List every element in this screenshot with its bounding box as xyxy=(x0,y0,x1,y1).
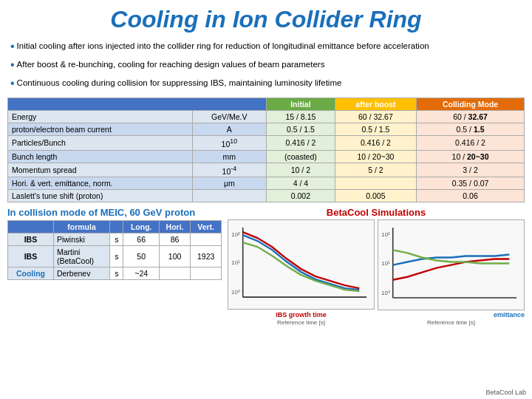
table-row: Momentum spread 10-4 10 / 2 5 / 2 3 / 2 xyxy=(8,163,525,177)
bottom-section: In collision mode of MEIC, 60 GeV proton… xyxy=(7,207,525,326)
chart2: 10² 10¹ 10⁰ xyxy=(378,219,525,310)
emittance-label: emittance xyxy=(378,311,525,318)
col-header-colliding: Colliding Mode xyxy=(417,98,525,111)
coll-row-cooling: Cooling Derbenev s ~24 xyxy=(8,267,222,280)
svg-text:10⁰: 10⁰ xyxy=(381,290,390,296)
page-title: Cooling in Ion Collider Ring xyxy=(0,0,532,36)
col-header-after: after boost xyxy=(335,98,416,111)
chart1: 10² 10¹ 10⁰ xyxy=(228,219,375,310)
chart-section-title: BetaCool Simulations xyxy=(228,207,525,218)
svg-text:10²: 10² xyxy=(231,231,240,238)
svg-text:10⁰: 10⁰ xyxy=(231,289,240,296)
chart2-wrap: 10² 10¹ 10⁰ emittance Reference time [s] xyxy=(378,219,525,326)
chart2-xlabel: Reference time [s] xyxy=(378,319,525,326)
collision-table: formula Long. Hori. Vert. IBS Piwinski s… xyxy=(7,220,222,280)
svg-text:10²: 10² xyxy=(381,231,390,238)
logo: BetaCool Lab xyxy=(485,389,526,396)
chart1-wrap: 10² 10¹ 10⁰ IBS growth time Reference ti… xyxy=(228,219,375,326)
coll-row-ibs1: IBS Piwinski s 66 86 xyxy=(8,233,222,246)
collision-title: In collision mode of MEIC, 60 GeV proton xyxy=(7,207,222,218)
chart-section: BetaCool Simulations xyxy=(228,207,525,326)
coll-row-ibs2: IBS Martini(BetaCool) s 50 100 1923 xyxy=(8,246,222,267)
chart1-xlabel: Reference time [s] xyxy=(228,319,375,326)
table-row: Energy GeV/Me.V 15 / 8.15 60 / 32.67 60 … xyxy=(8,111,525,123)
parameter-table: Initial after boost Colliding Mode Energ… xyxy=(7,98,525,202)
table-row: Hori. & vert. emittance, norm. μm 4 / 4 … xyxy=(8,177,525,190)
svg-text:10¹: 10¹ xyxy=(381,260,390,267)
table-row: Bunch length mm (coasted) 10 / 20~30 10 … xyxy=(8,150,525,163)
collision-table-wrap: In collision mode of MEIC, 60 GeV proton… xyxy=(7,207,222,326)
charts-row: 10² 10¹ 10⁰ IBS growth time Reference ti… xyxy=(228,219,525,326)
ibs-label: IBS growth time xyxy=(228,311,375,318)
table-row: Particles/Bunch 1010 0.416 / 2 0.416 / 2… xyxy=(8,136,525,151)
col-header-initial: Initial xyxy=(267,98,335,111)
svg-text:10¹: 10¹ xyxy=(231,259,240,266)
table-row: proton/electron beam current A 0.5 / 1.5… xyxy=(8,123,525,136)
chart1-svg: 10² 10¹ 10⁰ xyxy=(228,220,374,309)
table-row: Laslett's tune shift (proton) 0.002 0.00… xyxy=(8,190,525,202)
chart2-svg: 10² 10¹ 10⁰ xyxy=(378,220,524,310)
bullet-points: •Initial cooling after ions injected int… xyxy=(0,36,532,98)
